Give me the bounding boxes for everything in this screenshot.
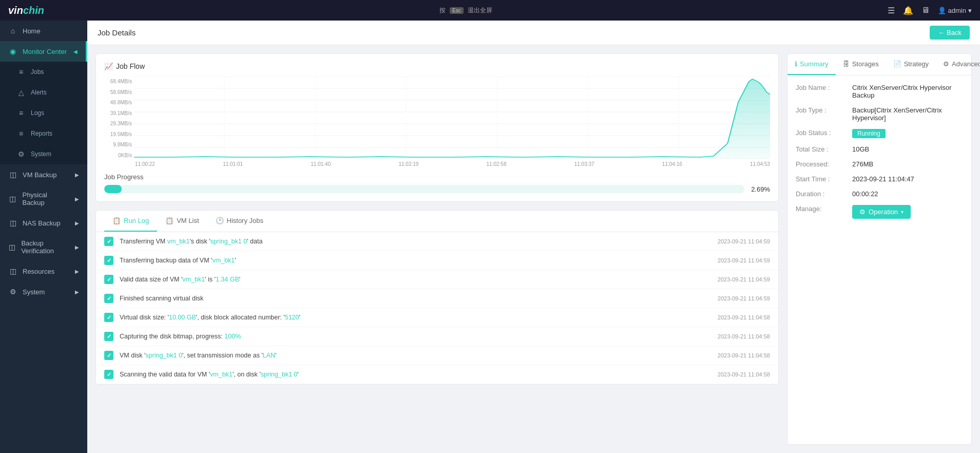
sidebar-item-nas-backup[interactable]: ◫ NAS Backup ▶ <box>0 213 87 233</box>
duration-label: Duration : <box>796 190 852 198</box>
start-time-label: Start Time : <box>796 175 852 183</box>
manage-value: ⚙ Operation ▾ <box>852 205 963 219</box>
log-content: Transferring VM vm_bk1's disk 'spring_bk… <box>96 232 778 384</box>
sidebar-item-label: NAS Backup <box>23 219 61 227</box>
progress-bar-fill <box>104 185 122 193</box>
y-axis: 68.4MB/s 58.6MB/s 48.8MB/s 39.1MB/s 29.3… <box>104 77 134 160</box>
sidebar-item-alerts[interactable]: △ Alerts <box>0 82 87 103</box>
summary-tab-summary[interactable]: ℹ Summary <box>787 54 836 75</box>
page-title: Job Details <box>98 28 136 37</box>
chevron-down-icon: ▾ <box>968 7 972 14</box>
topbar: vinchin 按 Esc 退出全屏 ☰ 🔔 🖥 👤 admin ▾ <box>0 0 980 21</box>
tab-history-jobs[interactable]: 🕐 History Jobs <box>207 211 272 232</box>
log-item: Valid data size of VM 'vm_bk1' is '1.34 … <box>96 270 778 289</box>
chevron-right-icon: ▶ <box>75 172 79 178</box>
summary-row-job-status: Job Status : Running <box>796 129 963 138</box>
log-item: Transferring VM vm_bk1's disk 'spring_bk… <box>96 232 778 251</box>
total-size-value: 10GB <box>852 145 963 153</box>
tab-run-log[interactable]: 📋 Run Log <box>104 211 157 232</box>
chart-svg <box>134 77 770 159</box>
alerts-icon: △ <box>16 88 26 97</box>
storages-icon: 🗄 <box>843 60 850 68</box>
sidebar-item-label: Alerts <box>31 89 47 96</box>
summary-row-job-type: Job Type : Backup[Citrix XenServer/Citri… <box>796 106 963 122</box>
bell-icon[interactable]: 🔔 <box>903 6 913 15</box>
sidebar-item-label: Home <box>23 27 41 35</box>
sidebar-item-resources[interactable]: ◫ Resources ▶ <box>0 261 87 281</box>
sidebar-item-physical-backup[interactable]: ◫ Physical Backup ▶ <box>0 185 87 213</box>
log-check-icon <box>104 370 113 379</box>
system-icon: ⚙ <box>8 288 17 296</box>
sidebar-item-system-monitor[interactable]: ⚙ System <box>0 144 87 164</box>
summary-body: Job Name : Citrix XenServer/Citrix Hyper… <box>787 76 971 234</box>
summary-tab-advanced[interactable]: ⚙ Advanced <box>936 54 980 75</box>
sidebar-item-backup-verification[interactable]: ◫ Backup Verification ▶ <box>0 233 87 261</box>
menu-icon[interactable]: ☰ <box>888 6 895 15</box>
home-icon: ⌂ <box>8 27 17 35</box>
summary-card: ℹ Summary 🗄 Storages 📄 Strategy ⚙ <box>787 53 972 445</box>
processed-value: 276MB <box>852 160 963 168</box>
progress-bar-wrap: 2.69% <box>104 185 770 193</box>
chart-area-fill <box>134 79 770 159</box>
total-size-label: Total Size : <box>796 145 852 153</box>
back-button[interactable]: ← Back <box>930 26 970 40</box>
job-flow-title: 📈 Job Flow <box>104 62 770 70</box>
jobs-icon: ≡ <box>16 68 26 76</box>
advanced-icon: ⚙ <box>943 60 949 68</box>
job-name-label: Job Name : <box>796 84 852 91</box>
sidebar-item-jobs[interactable]: ≡ Jobs <box>0 62 87 82</box>
strategy-icon: 📄 <box>893 60 901 68</box>
reports-icon: ≡ <box>16 129 26 138</box>
log-check-icon <box>104 332 113 341</box>
log-check-icon <box>104 313 113 322</box>
sidebar: ⌂ Home ◉ Monitor Center ◀ ≡ Jobs △ Alert… <box>0 21 87 453</box>
sidebar-item-label: System <box>23 288 45 296</box>
dropdown-arrow-icon: ▾ <box>901 209 904 215</box>
sidebar-item-monitor-center[interactable]: ◉ Monitor Center ◀ <box>0 41 87 62</box>
physical-backup-icon: ◫ <box>8 195 17 203</box>
summary-row-job-name: Job Name : Citrix XenServer/Citrix Hyper… <box>796 84 963 99</box>
backup-verification-icon: ◫ <box>8 243 16 251</box>
start-time-value: 2023-09-21 11:04:47 <box>852 175 963 183</box>
chevron-right-icon2: ▶ <box>75 196 79 202</box>
log-item: Virtual disk size: '10.00 GB', disk bloc… <box>96 308 778 327</box>
job-status-value: Running <box>852 129 963 138</box>
job-progress-label: Job Progress <box>104 173 770 181</box>
summary-tab-storages[interactable]: 🗄 Storages <box>836 54 886 75</box>
operation-button[interactable]: ⚙ Operation ▾ <box>852 205 911 219</box>
resources-icon: ◫ <box>8 267 17 275</box>
run-log-icon: 📋 <box>112 217 121 224</box>
content-header: Job Details ← Back <box>87 21 980 45</box>
tab-vm-list[interactable]: 📋 VM List <box>157 211 207 232</box>
job-type-value: Backup[Citrix XenServer/Citrix Hyperviso… <box>852 106 963 122</box>
summary-tab-strategy[interactable]: 📄 Strategy <box>886 54 936 75</box>
log-check-icon <box>104 275 113 284</box>
summary-icon: ℹ <box>795 60 797 68</box>
log-card: 📋 Run Log 📋 VM List 🕐 History Jobs <box>95 210 779 385</box>
progress-bar-bg <box>104 185 744 193</box>
sidebar-item-home[interactable]: ⌂ Home <box>0 21 87 41</box>
job-flow-card: 📈 Job Flow 68.4MB/s 58.6MB/s 48.8MB/s 39… <box>95 53 779 202</box>
monitor-center-icon: ◉ <box>8 47 17 55</box>
sidebar-item-system[interactable]: ⚙ System ▶ <box>0 281 87 302</box>
summary-row-duration: Duration : 00:00:22 <box>796 190 963 198</box>
right-panel: ℹ Summary 🗄 Storages 📄 Strategy ⚙ <box>787 53 972 445</box>
sidebar-item-reports[interactable]: ≡ Reports <box>0 123 87 144</box>
log-check-icon <box>104 351 113 360</box>
content-body: 📈 Job Flow 68.4MB/s 58.6MB/s 48.8MB/s 39… <box>87 45 980 453</box>
sidebar-item-logs[interactable]: ≡ Logs <box>0 103 87 123</box>
sidebar-item-label: Reports <box>31 130 52 137</box>
user-icon: 👤 <box>938 7 946 14</box>
duration-value: 00:00:22 <box>852 190 963 198</box>
sidebar-item-label: Jobs <box>31 68 44 76</box>
sidebar-item-vm-backup[interactable]: ◫ VM Backup ▶ <box>0 164 87 185</box>
x-axis: 11:00:22 11:01:01 11:01:40 11:02:19 11:0… <box>104 161 770 167</box>
summary-row-start-time: Start Time : 2023-09-21 11:04:47 <box>796 175 963 183</box>
job-status-label: Job Status : <box>796 129 852 137</box>
job-type-label: Job Type : <box>796 106 852 114</box>
layout: ⌂ Home ◉ Monitor Center ◀ ≡ Jobs △ Alert… <box>0 21 980 453</box>
user-menu[interactable]: 👤 admin ▾ <box>938 7 972 14</box>
sidebar-item-label: System <box>31 150 51 158</box>
monitor-icon[interactable]: 🖥 <box>921 6 930 15</box>
log-list: Transferring VM vm_bk1's disk 'spring_bk… <box>96 232 778 384</box>
